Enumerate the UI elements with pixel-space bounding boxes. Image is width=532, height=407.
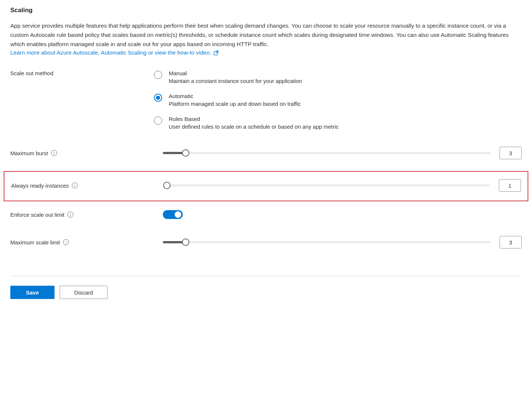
- toggle-knob: [175, 211, 181, 218]
- radio-manual-label[interactable]: Manual: [169, 70, 302, 76]
- always-ready-highlight: Always ready instances i 1: [4, 171, 528, 201]
- info-icon[interactable]: i: [51, 150, 57, 156]
- save-button[interactable]: Save: [10, 286, 55, 299]
- learn-more-link-label: Learn more about Azure Autoscale, Automa…: [10, 49, 211, 56]
- radio-manual[interactable]: [154, 71, 162, 79]
- enforce-scale-out-limit-label: Enforce scale out limit: [10, 212, 64, 218]
- radio-automatic[interactable]: [154, 94, 162, 102]
- scale-out-method-label: Scale out method: [10, 70, 53, 76]
- learn-more-link[interactable]: Learn more about Azure Autoscale, Automa…: [10, 49, 219, 56]
- slider-thumb[interactable]: [182, 239, 189, 246]
- info-icon[interactable]: i: [72, 182, 78, 188]
- always-ready-value[interactable]: 1: [499, 179, 521, 192]
- slider-thumb[interactable]: [182, 149, 189, 157]
- maximum-scale-limit-label: Maximum scale limit: [10, 239, 60, 246]
- radio-rules-based-desc: User defined rules to scale on a schedul…: [169, 124, 339, 130]
- radio-rules-based[interactable]: [154, 116, 162, 125]
- discard-button[interactable]: Discard: [60, 286, 108, 299]
- radio-manual-desc: Maintain a constant instance count for y…: [169, 78, 302, 84]
- maximum-burst-value[interactable]: 3: [500, 147, 522, 159]
- external-link-icon: [213, 50, 219, 56]
- radio-rules-based-label[interactable]: Rules Based: [169, 116, 339, 122]
- always-ready-slider[interactable]: [164, 184, 490, 187]
- always-ready-label: Always ready instances: [11, 182, 69, 189]
- scale-out-method-radio-group: Manual Maintain a constant instance coun…: [154, 70, 522, 130]
- maximum-burst-slider[interactable]: [163, 152, 491, 154]
- radio-automatic-label[interactable]: Automatic: [169, 93, 301, 99]
- slider-thumb[interactable]: [163, 182, 171, 189]
- enforce-scale-out-limit-toggle[interactable]: [163, 210, 183, 219]
- section-title: Scaling: [10, 7, 522, 14]
- maximum-scale-limit-slider[interactable]: [163, 241, 491, 243]
- info-icon[interactable]: i: [63, 239, 69, 245]
- radio-automatic-desc: Platform managed scale up and down based…: [169, 101, 301, 107]
- maximum-burst-label: Maximum burst: [10, 150, 48, 156]
- maximum-scale-limit-value[interactable]: 3: [500, 236, 522, 248]
- section-description: App service provides multiple features t…: [10, 21, 522, 49]
- info-icon[interactable]: i: [67, 212, 73, 218]
